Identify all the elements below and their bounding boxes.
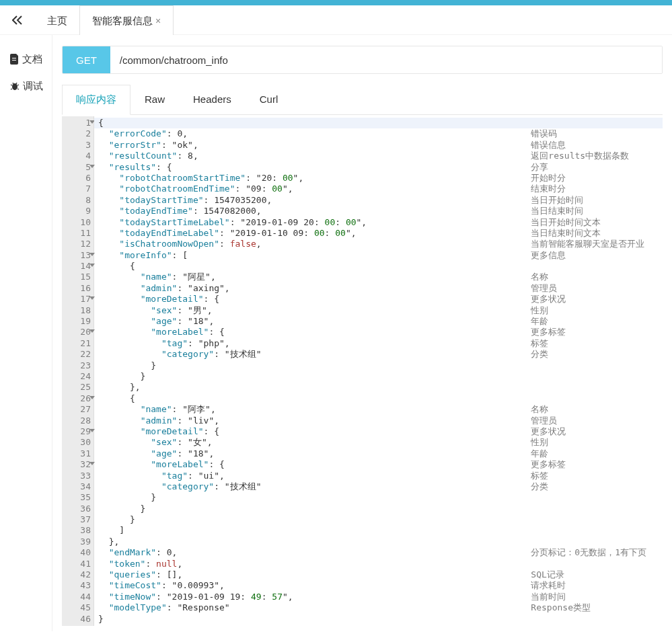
line-gutter: 1234567891011121314151617181920212223242… bbox=[62, 116, 94, 626]
sidebar-label: 调试 bbox=[23, 80, 43, 93]
code-editor[interactable]: 1234567891011121314151617181920212223242… bbox=[62, 116, 663, 626]
close-tab-button[interactable]: × bbox=[155, 15, 161, 26]
tab-response-curl[interactable]: Curl bbox=[246, 85, 293, 114]
sidebar: 文档 调试 bbox=[0, 35, 52, 631]
svg-rect-1 bbox=[12, 60, 16, 61]
collapse-icon bbox=[12, 15, 23, 25]
tab-response-raw[interactable]: Raw bbox=[130, 85, 179, 114]
response-tabs: 响应内容 Raw Headers Curl bbox=[62, 85, 663, 115]
tab-label: 智能客服信息 bbox=[92, 15, 153, 26]
collapse-sidebar-button[interactable] bbox=[0, 14, 35, 26]
path-input[interactable] bbox=[110, 46, 662, 73]
sidebar-item-doc[interactable]: 文档 bbox=[0, 46, 52, 73]
tab-response-headers[interactable]: Headers bbox=[179, 85, 246, 114]
tab-chatroom-info[interactable]: 智能客服信息× bbox=[79, 5, 174, 35]
document-icon bbox=[10, 54, 20, 65]
svg-rect-0 bbox=[12, 58, 16, 58]
bug-icon bbox=[9, 81, 20, 91]
code-lines: 错误码错误信息返回results中数据条数分享开始时分结束时分当日开始时间当日结… bbox=[94, 116, 663, 626]
header: 主页 智能客服信息× bbox=[0, 5, 672, 35]
sidebar-item-debug[interactable]: 调试 bbox=[0, 73, 52, 99]
http-method[interactable]: GET bbox=[63, 46, 110, 73]
annotations-column: 错误码错误信息返回results中数据条数分享开始时分结束时分当日开始时间当日结… bbox=[531, 118, 646, 625]
sidebar-label: 文档 bbox=[22, 53, 42, 66]
request-bar: GET bbox=[62, 46, 663, 74]
tab-response-content[interactable]: 响应内容 bbox=[62, 85, 130, 115]
tab-home[interactable]: 主页 bbox=[35, 5, 79, 35]
main-content: GET 响应内容 Raw Headers Curl 12345678910111… bbox=[52, 35, 672, 631]
